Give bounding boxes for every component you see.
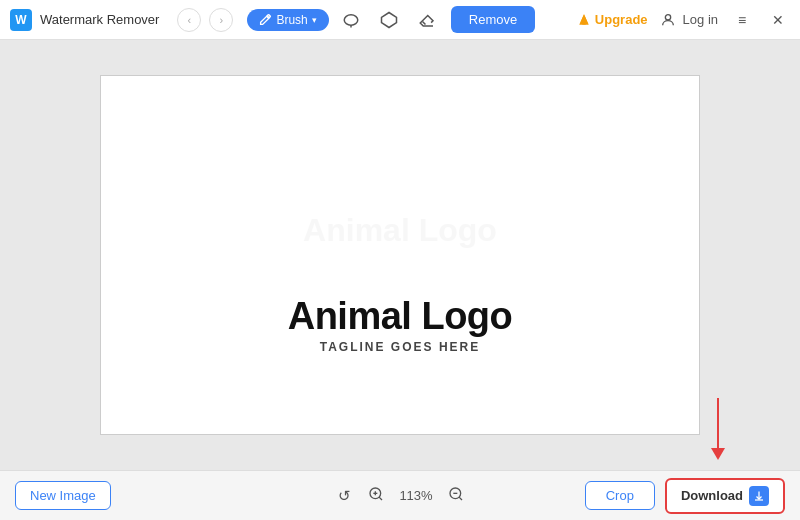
svg-marker-1	[381, 12, 396, 27]
zoom-level: 113%	[396, 488, 436, 503]
crop-button[interactable]: Crop	[585, 481, 655, 510]
upgrade-button[interactable]: Upgrade	[577, 12, 648, 27]
reset-zoom-button[interactable]: ↺	[332, 484, 356, 508]
arrow-line	[717, 398, 719, 448]
zoom-controls: ↺ 113%	[332, 484, 468, 508]
brush-button[interactable]: Brush ▾	[247, 9, 328, 31]
erase-tool-button[interactable]	[411, 4, 443, 36]
bottom-bar: New Image ↺ 113%	[0, 470, 800, 520]
tagline: TAGLINE GOES HERE	[288, 340, 513, 354]
nav-back-button[interactable]: ‹	[177, 8, 201, 32]
remove-button[interactable]: Remove	[451, 6, 535, 33]
canvas-container: Animal Logo Animal Logo TAGLINE GOES HER…	[100, 75, 700, 435]
polygon-tool-button[interactable]	[373, 4, 405, 36]
nav-forward-button[interactable]: ›	[209, 8, 233, 32]
arrow-indicator	[711, 398, 725, 460]
right-bottom-controls: Crop Download	[585, 478, 785, 514]
app-title: Watermark Remover	[40, 12, 159, 27]
main-area: Animal Logo Animal Logo TAGLINE GOES HER…	[0, 40, 800, 470]
main-text-block: Animal Logo TAGLINE GOES HERE	[288, 295, 513, 354]
app-logo: W	[10, 9, 32, 31]
svg-line-5	[379, 497, 382, 500]
zoom-out-button[interactable]	[444, 484, 468, 508]
lasso-tool-button[interactable]	[335, 4, 367, 36]
arrow-head	[711, 448, 725, 460]
download-icon	[749, 486, 769, 506]
svg-point-0	[344, 14, 358, 25]
window-menu-button[interactable]: ≡	[730, 8, 754, 32]
svg-line-9	[459, 497, 462, 500]
window-close-button[interactable]: ✕	[766, 8, 790, 32]
login-button[interactable]: Log in	[660, 12, 718, 28]
image-content: Animal Logo Animal Logo TAGLINE GOES HER…	[101, 76, 699, 434]
right-controls: Upgrade Log in ≡ ✕	[577, 8, 790, 32]
svg-point-3	[665, 14, 670, 19]
title-bar: W Watermark Remover ‹ › Brush ▾	[0, 0, 800, 40]
toolbar: Brush ▾	[247, 4, 442, 36]
main-heading: Animal Logo	[288, 295, 513, 338]
new-image-button[interactable]: New Image	[15, 481, 111, 510]
download-button[interactable]: Download	[665, 478, 785, 514]
watermark-ghost: Animal Logo	[303, 212, 497, 249]
logo-letter: W	[15, 13, 26, 27]
zoom-in-button[interactable]	[364, 484, 388, 508]
